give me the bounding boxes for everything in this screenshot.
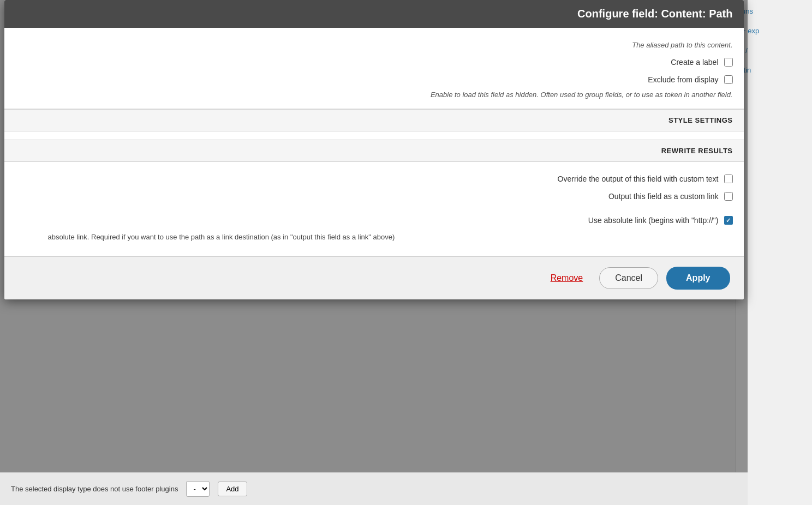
bottom-bar-text: The selected display type does not use f… [11, 485, 178, 493]
custom-link-label: Output this field as a custom link [608, 192, 719, 201]
exclude-display-row: Exclude from display [15, 71, 733, 88]
exclude-display-text: Exclude from display [648, 75, 718, 84]
create-label-text: Create a label [671, 58, 718, 67]
custom-link-row: Output this field as a custom link [15, 188, 733, 205]
create-label-checkbox[interactable] [724, 58, 733, 67]
absolute-link-label: Use absolute link (begins with "http://"… [588, 216, 719, 225]
modal-title: Configure field: Content: Path [577, 8, 732, 20]
rewrite-results-title: REWRITE RESULTS [15, 147, 733, 155]
add-button[interactable]: Add [218, 482, 247, 496]
absolute-link-description: absolute link. Required if you want to u… [15, 229, 733, 248]
exclude-description: Enable to load this field as hidden. Oft… [15, 88, 733, 103]
modal-overlay: Configure field: Content: Path The alias… [0, 0, 748, 491]
modal-header: Configure field: Content: Path [4, 0, 744, 28]
footer-plugin-select[interactable]: - [186, 481, 210, 497]
modal-body: The aliased path to this content. Create… [4, 28, 744, 256]
absolute-link-container: Use absolute link (begins with "http://"… [15, 205, 733, 229]
rewrite-results-header: REWRITE RESULTS [4, 140, 744, 162]
absolute-link-checkbox[interactable] [724, 216, 733, 225]
modal-dialog: Configure field: Content: Path The alias… [4, 0, 744, 299]
apply-button[interactable]: Apply [666, 267, 730, 290]
style-settings-title: STYLE SETTINGS [15, 116, 733, 124]
remove-button[interactable]: Remove [542, 269, 592, 287]
create-label-row: Create a label [15, 53, 733, 71]
override-output-row: Override the output of this field with c… [15, 170, 733, 188]
path-description: The aliased path to this content. [15, 39, 733, 53]
rewrite-section: Override the output of this field with c… [4, 162, 744, 256]
exclude-display-checkbox[interactable] [724, 75, 733, 84]
absolute-link-row: Use absolute link (begins with "http://"… [15, 205, 733, 229]
style-settings-header: STYLE SETTINGS [4, 109, 744, 131]
content-section: The aliased path to this content. Create… [4, 28, 744, 109]
override-output-checkbox[interactable] [724, 175, 733, 183]
bottom-bar: The selected display type does not use f… [0, 472, 748, 505]
cancel-button[interactable]: Cancel [599, 267, 658, 289]
override-output-label: Override the output of this field with c… [558, 175, 719, 183]
modal-footer: Remove Cancel Apply [4, 256, 744, 299]
custom-link-checkbox[interactable] [724, 192, 733, 201]
